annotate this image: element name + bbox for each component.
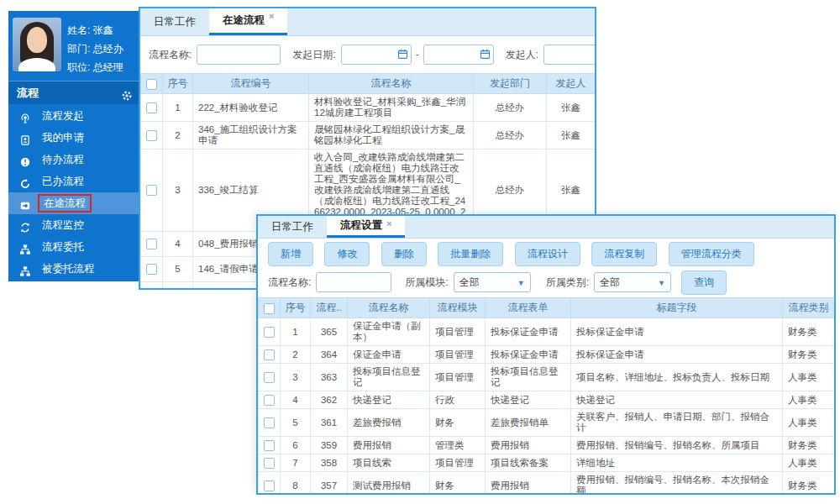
process-name-input[interactable] — [197, 45, 281, 65]
table-row[interactable]: 1222_材料验收登记材料验收登记_材料采购_张鑫_华润12城房建工程项目总经办… — [141, 94, 596, 122]
close-icon[interactable]: × — [386, 218, 391, 228]
sidebar-item-delegated-processes[interactable]: 被委托流程 — [8, 258, 139, 280]
checkbox-cell — [141, 257, 163, 282]
row-checkbox[interactable] — [264, 395, 275, 406]
table-cell: 3 — [281, 364, 311, 391]
row-checkbox[interactable] — [264, 458, 275, 469]
table-cell: 财务类 — [783, 437, 835, 454]
tab-in-transit-processes[interactable]: 在途流程 × — [209, 8, 287, 35]
calendar-icon[interactable] — [480, 49, 491, 60]
row-checkbox[interactable] — [146, 239, 157, 249]
column-header: 序号 — [281, 298, 311, 318]
sidebar-menu: 流程发起 我的申请 待办流程 已办流程 在途流程 流程监控 — [8, 105, 139, 280]
table-cell: 3 — [163, 150, 193, 232]
sidebar-item-process-start[interactable]: 流程发起 — [8, 105, 139, 127]
table-row[interactable]: 8357测试费用报销财务费用报销费用报销、报销编号、报销名称、本次报销金额财务类 — [259, 472, 835, 496]
calendar-icon[interactable] — [397, 49, 408, 60]
table-cell: 费用报销、报销编号、报销名称、所属项目 — [571, 437, 783, 454]
delete-button[interactable]: 删除 — [381, 242, 427, 266]
table-cell: 358 — [311, 454, 348, 472]
select-all-checkbox[interactable] — [146, 79, 157, 90]
process-copy-button[interactable]: 流程复制 — [591, 242, 657, 266]
checkbox-cell — [141, 232, 163, 257]
table-cell: 费用报销 — [486, 437, 571, 454]
row-checkbox[interactable] — [264, 349, 275, 360]
table-cell: 2 — [163, 122, 193, 150]
profile-position: 职位: 总经理 — [67, 58, 123, 76]
header-checkbox-cell — [141, 74, 163, 94]
column-header: 流程名称 — [309, 74, 474, 94]
table-row[interactable]: 2364保证金申请项目管理投标保证金申请投标保证金申请财务类 — [259, 346, 835, 364]
table-row[interactable]: 5361差旅费报销财务差旅费报销单关联客户、报销人、申请日期、部门、报销合计人事… — [259, 409, 835, 437]
sidebar-item-label: 我的申请 — [42, 132, 84, 144]
profile-department: 部门: 总经办 — [67, 39, 123, 58]
table-cell: 费用报销、报销编号、报销名称、本次报销金额 — [571, 472, 783, 496]
module-select[interactable]: 全部 ▼ — [454, 272, 531, 292]
sitemap-icon — [19, 241, 31, 253]
table-row[interactable]: 2346_施工组织设计方案申请晟铭园林绿化工程组织设计方案_晟铭园林绿化工程总经… — [141, 122, 596, 150]
batch-delete-button[interactable]: 批量删除 — [438, 242, 503, 266]
row-checkbox[interactable] — [264, 372, 275, 383]
process-settings-window: 日常工作 流程设置 × 新增 修改 删除 批量删除 流程设计 流程复制 管理流程… — [256, 214, 836, 495]
edit-button[interactable]: 修改 — [324, 242, 370, 266]
close-icon[interactable]: × — [269, 11, 274, 21]
sidebar-item-in-transit-processes[interactable]: 在途流程 — [8, 192, 139, 214]
sidebar-item-label: 流程监控 — [42, 219, 84, 231]
table-cell: 项目管理 — [430, 318, 486, 346]
row-checkbox[interactable] — [146, 289, 157, 290]
table-row[interactable]: 1365保证金申请（副本）项目管理投标保证金申请投标保证金申请财务类 — [259, 318, 835, 346]
table-cell: 财务类 — [783, 472, 835, 496]
checkbox-cell — [259, 472, 281, 496]
sidebar-item-label: 流程发起 — [42, 110, 84, 122]
sidebar-item-my-applications[interactable]: 我的申请 — [8, 127, 139, 149]
table-cell: 差旅费报销单 — [486, 409, 571, 437]
sidebar-item-process-monitor[interactable]: 流程监控 — [8, 214, 139, 236]
gear-icon[interactable] — [121, 87, 133, 98]
row-checkbox[interactable] — [146, 130, 157, 141]
manage-process-category-button[interactable]: 管理流程分类 — [669, 242, 754, 266]
column-header: 发起部门 — [474, 74, 547, 94]
category-select[interactable]: 全部 ▼ — [594, 272, 671, 292]
tab-daily-work[interactable]: 日常工作 — [140, 8, 209, 35]
table-cell: 投标项目信息登记 — [486, 364, 571, 391]
table-row[interactable]: 4362快递登记行政快递登记快递登记人事类 — [259, 391, 835, 409]
row-checkbox[interactable] — [146, 185, 157, 196]
row-checkbox[interactable] — [264, 480, 275, 491]
column-header: 流程类别 — [783, 298, 835, 318]
row-checkbox[interactable] — [264, 417, 275, 428]
avatar — [13, 18, 61, 71]
table-cell: 人事类 — [783, 454, 835, 472]
sidebar-item-label: 流程委托 — [42, 241, 84, 253]
table-cell: 222_材料验收登记 — [193, 94, 309, 122]
initiator-input[interactable] — [543, 45, 596, 65]
row-checkbox[interactable] — [146, 264, 157, 275]
sidebar-item-done-processes[interactable]: 已办流程 — [8, 171, 139, 192]
table-cell: 财务 — [430, 472, 486, 496]
table-row[interactable]: 6359费用报销管理类费用报销费用报销、报销编号、报销名称、所属项目财务类 — [259, 437, 835, 454]
tab-process-settings[interactable]: 流程设置 × — [327, 216, 405, 238]
broadcast-icon — [19, 110, 31, 122]
row-checkbox[interactable] — [146, 102, 157, 113]
category-select-value: 全部 — [600, 276, 620, 290]
sidebar-item-todo-processes[interactable]: 待办流程 — [8, 149, 139, 171]
query-button[interactable]: 查询 — [681, 270, 727, 295]
tab-daily-work[interactable]: 日常工作 — [258, 216, 327, 238]
sidebar-section-title: 流程 — [17, 87, 39, 99]
process-name-label: 流程名称: — [149, 48, 192, 62]
table-cell: 6 — [281, 437, 311, 454]
table-cell: 365 — [311, 318, 348, 346]
table-cell: 差旅费报销 — [348, 409, 430, 437]
sidebar-item-process-delegation[interactable]: 流程委托 — [8, 236, 139, 258]
process-design-button[interactable]: 流程设计 — [515, 242, 580, 266]
checkbox-cell — [141, 282, 163, 291]
table-row[interactable]: 7358项目线索项目管理项目线索备案详细地址人事类 — [259, 454, 835, 472]
tab-bar: 日常工作 在途流程 × — [140, 8, 595, 36]
process-name-input[interactable] — [316, 272, 391, 292]
add-button[interactable]: 新增 — [268, 242, 313, 266]
row-checkbox[interactable] — [264, 440, 275, 451]
table-row[interactable]: 3363投标项目信息登记项目管理投标项目信息登记项目名称、详细地址、投标负责人、… — [259, 364, 835, 391]
column-header: 流程名称 — [348, 298, 430, 318]
row-checkbox[interactable] — [264, 327, 275, 338]
select-all-checkbox[interactable] — [264, 303, 275, 314]
process-settings-table: 序号 流程.. 流程名称 流程模块 流程表单 标题字段 流程类别 1365保证金… — [258, 297, 835, 495]
